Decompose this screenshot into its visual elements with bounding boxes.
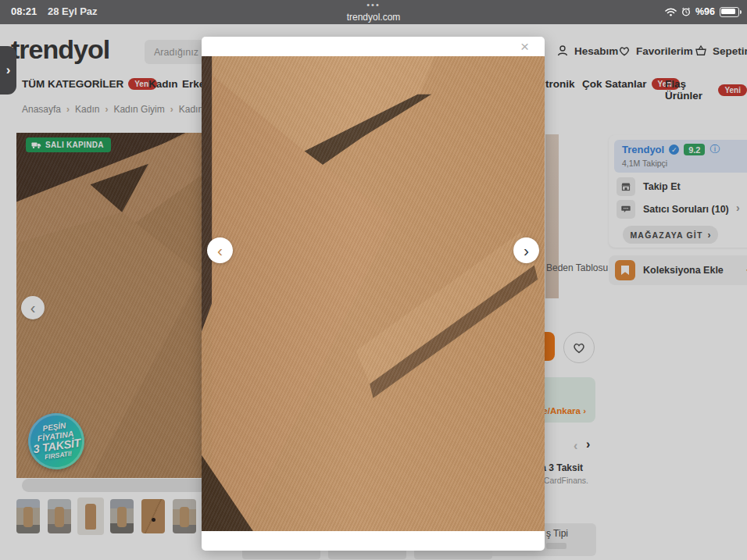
close-icon[interactable]: ×	[516, 38, 534, 55]
wifi-icon	[665, 8, 677, 16]
battery-percent: %96	[695, 6, 715, 17]
screen: trendyol Hesabım Favorilerim Sepetim TÜM…	[0, 0, 747, 560]
modal-next-button[interactable]: ›	[513, 237, 539, 263]
modal-prev-button[interactable]: ‹	[207, 237, 233, 263]
zoomed-product-image[interactable]	[202, 56, 545, 531]
address-url[interactable]: trendyol.com	[0, 12, 747, 23]
side-panel-handle[interactable]: ›	[0, 46, 16, 95]
image-zoom-modal: × ‹ ›	[202, 37, 545, 551]
battery-icon	[720, 7, 739, 17]
alarm-icon	[681, 7, 691, 16]
tab-overview-indicator[interactable]: •••	[0, 0, 747, 9]
status-icons: %96	[665, 4, 739, 20]
status-bar: 08:21 28 Eyl Paz ••• trendyol.com %96	[0, 0, 747, 24]
lighting-overlay	[202, 56, 545, 531]
